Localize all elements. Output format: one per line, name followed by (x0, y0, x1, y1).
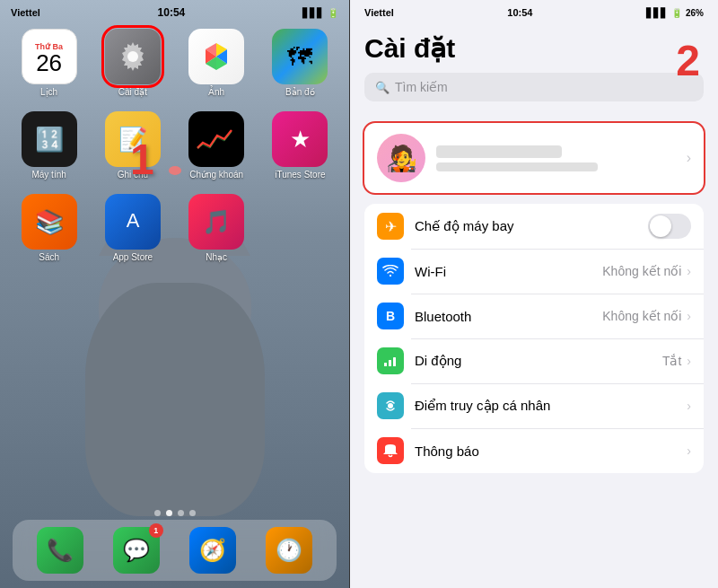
left-time: 10:54 (158, 6, 186, 19)
cellular-chevron-icon: › (687, 354, 691, 368)
step-1-label: 1 (130, 135, 154, 184)
svg-rect-2 (384, 363, 387, 366)
app-music[interactable]: 🎵 Nhạc (179, 194, 255, 262)
profile-chevron-icon: › (687, 150, 691, 166)
profile-name-blurred (436, 145, 562, 158)
clock-icon: 🕐 (276, 538, 302, 563)
photos-label: Ảnh (208, 87, 224, 97)
wifi-icon (377, 258, 404, 285)
left-status-bar: Viettel 10:54 ▋▋▋ 🔋 (0, 0, 349, 25)
bluetooth-label: Bluetooth (415, 309, 602, 324)
calendar-day: 26 (36, 51, 62, 75)
settings-row-notifications[interactable]: Thông báo › (364, 428, 704, 473)
stocks-svg (194, 123, 239, 155)
safari-icon: 🧭 (199, 538, 226, 563)
settings-header: Cài đặt 🔍 Tìm kiếm (350, 25, 718, 112)
app-settings[interactable]: Cài đặt (94, 29, 171, 97)
photos-svg (198, 39, 234, 75)
cellular-value: Tắt (662, 354, 681, 368)
battery-icon: 🔋 (328, 8, 338, 18)
app-maps[interactable]: 🗺 Bản đồ (262, 29, 338, 97)
books-label: Sách (39, 252, 59, 262)
right-status-bar: Viettel 10:54 ▋▋▋ 🔋 26% (350, 0, 718, 25)
app-books[interactable]: 📚 Sách (11, 194, 87, 262)
cat-body (85, 283, 265, 516)
dock-phone[interactable]: 📞 (37, 527, 83, 574)
settings-row-cellular[interactable]: Di động Tắt › (364, 338, 704, 383)
right-carrier: Viettel (364, 7, 394, 18)
phone-right-screen: Viettel 10:54 ▋▋▋ 🔋 26% 2 Cài đặt 🔍 Tìm … (350, 0, 718, 588)
settings-label: Cài đặt (118, 87, 147, 97)
itunes-icon: ★ (272, 111, 328, 167)
right-status-icons: ▋▋▋ 🔋 26% (646, 8, 704, 18)
step-2-label: 2 (676, 36, 700, 85)
airplane-toggle[interactable] (648, 214, 691, 239)
music-label: Nhạc (206, 252, 227, 262)
settings-section-connectivity: ✈ Chế độ máy bay Wi-Fi Không kết nối › B (364, 204, 704, 473)
wifi-value: Không kết nối (602, 264, 681, 278)
app-calendar[interactable]: Thứ Ba 26 Lịch (11, 29, 87, 97)
page-dots (0, 510, 349, 516)
notifications-chevron-icon: › (687, 443, 691, 458)
calendar-icon: Thứ Ba 26 (22, 29, 77, 84)
settings-icon (105, 29, 161, 84)
app-appstore[interactable]: A App Store (94, 194, 171, 262)
settings-title: Cài đặt (364, 32, 704, 64)
bluetooth-value: Không kết nối (602, 309, 681, 323)
appstore-icon: A (105, 194, 161, 250)
search-icon: 🔍 (375, 81, 390, 94)
phone-left-screen: Viettel 10:54 ▋▋▋ 🔋 Thứ Ba 26 Lịch Cài đ… (0, 0, 350, 588)
stocks-label: Chứng khoán (189, 170, 243, 180)
right-battery-pct: 26% (686, 8, 704, 18)
itunes-label: iTunes Store (275, 170, 325, 180)
maps-icon: 🗺 (272, 29, 328, 84)
profile-avatar: 🧑‍🎤 (377, 134, 425, 182)
airplane-label: Chế độ máy bay (415, 218, 648, 234)
notifications-icon (377, 437, 404, 464)
profile-info (436, 145, 676, 171)
left-carrier: Viettel (11, 7, 40, 18)
wifi-svg (382, 265, 398, 277)
dock-clock[interactable]: 🕐 (266, 527, 312, 574)
settings-row-bluetooth[interactable]: B Bluetooth Không kết nối › (364, 294, 704, 338)
calculator-icon: 🔢 (22, 111, 77, 167)
app-itunes[interactable]: ★ iTunes Store (262, 111, 338, 180)
settings-row-wifi[interactable]: Wi-Fi Không kết nối › (364, 249, 704, 294)
wifi-label: Wi-Fi (415, 264, 602, 279)
settings-row-airplane[interactable]: ✈ Chế độ máy bay (364, 204, 704, 249)
dock-messages[interactable]: 💬 1 (113, 527, 160, 574)
hotspot-chevron-icon: › (687, 399, 691, 413)
appstore-label: App Store (113, 252, 153, 262)
right-time: 10:54 (507, 7, 532, 18)
messages-icon: 💬 (123, 538, 150, 563)
app-stocks[interactable]: Chứng khoán (179, 111, 255, 180)
maps-label: Bản đồ (285, 87, 315, 97)
cellular-label: Di động (415, 353, 662, 369)
stocks-icon (188, 111, 244, 167)
airplane-mode-icon: ✈ (377, 213, 404, 240)
app-grid: Thứ Ba 26 Lịch Cài đặt (11, 29, 338, 262)
notifications-label: Thông báo (415, 443, 687, 459)
app-calculator[interactable]: 🔢 Máy tính (11, 111, 87, 180)
wifi-chevron-icon: › (687, 264, 691, 278)
profile-section[interactable]: 🧑‍🎤 › (364, 123, 704, 193)
hotspot-svg (382, 399, 398, 413)
memoji-icon: 🧑‍🎤 (386, 144, 417, 173)
dot-4 (189, 510, 196, 516)
dot-1 (154, 510, 161, 516)
app-photos[interactable]: Ảnh (179, 29, 255, 97)
dot-2 (166, 510, 172, 516)
gear-svg (117, 40, 149, 73)
settings-row-hotspot[interactable]: Điểm truy cập cá nhân › (364, 383, 704, 428)
search-bar[interactable]: 🔍 Tìm kiếm (364, 73, 704, 101)
dock-safari[interactable]: 🧭 (189, 527, 236, 574)
dock: 📞 💬 1 🧭 🕐 (13, 520, 337, 581)
toggle-thumb (650, 215, 671, 237)
books-icon: 📚 (22, 194, 77, 250)
right-signal-icon: ▋▋▋ (646, 8, 668, 18)
search-placeholder: Tìm kiếm (395, 80, 448, 94)
calculator-label: Máy tính (31, 170, 66, 180)
svg-rect-4 (393, 357, 396, 366)
svg-point-5 (388, 403, 393, 408)
app-empty (262, 194, 338, 262)
